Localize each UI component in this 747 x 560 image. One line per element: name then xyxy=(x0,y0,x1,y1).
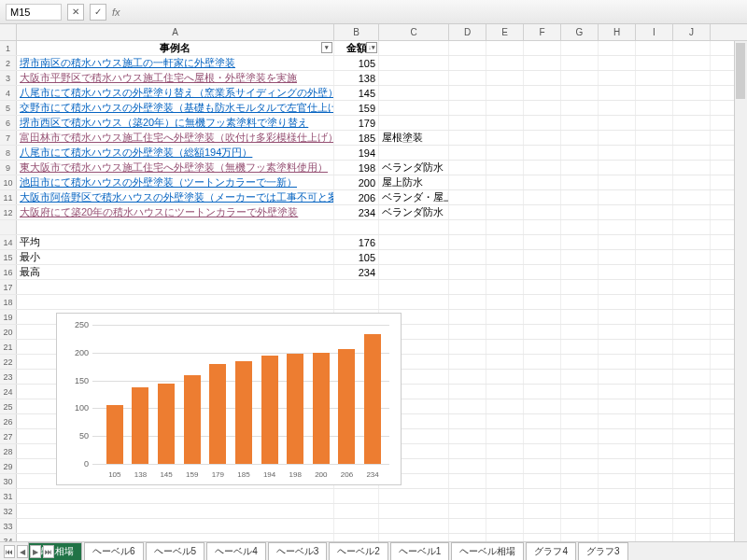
cell[interactable] xyxy=(673,489,711,503)
filter-sort-button[interactable]: ↓▾ xyxy=(366,42,377,53)
cell[interactable] xyxy=(599,71,636,85)
cell[interactable]: 堺市西区で積水ハウス（築20年）に無機フッ素塗料で塗り替え xyxy=(17,116,334,130)
cell[interactable] xyxy=(599,444,636,458)
cell[interactable] xyxy=(379,101,449,115)
cell[interactable] xyxy=(636,41,673,55)
cell[interactable] xyxy=(636,131,673,145)
cell[interactable] xyxy=(599,41,636,55)
row-number[interactable]: 26 xyxy=(0,414,17,428)
cell[interactable] xyxy=(524,86,561,100)
cell[interactable] xyxy=(379,146,449,160)
cell[interactable] xyxy=(379,519,449,533)
cell[interactable] xyxy=(449,235,486,249)
cell[interactable] xyxy=(636,295,673,309)
row-number[interactable]: 1 xyxy=(0,41,17,55)
cell[interactable] xyxy=(561,190,599,204)
cell[interactable] xyxy=(524,295,561,309)
sheet-tab[interactable]: ヘーベル3 xyxy=(268,542,328,560)
cell[interactable] xyxy=(379,86,449,100)
cell[interactable] xyxy=(636,86,673,100)
cell[interactable] xyxy=(599,385,636,399)
cell[interactable]: 大阪府にて築20年の積水ハウスにツートンカラーで外壁塗装 xyxy=(17,205,334,219)
cell[interactable] xyxy=(561,280,599,294)
cell[interactable]: 八尾市にて積水ハウスの外壁塗装（総額194万円） xyxy=(17,146,334,160)
cell[interactable] xyxy=(599,355,636,369)
cell[interactable]: 最高 xyxy=(17,265,334,279)
cell[interactable] xyxy=(673,474,711,488)
cell[interactable] xyxy=(561,459,599,473)
cell[interactable] xyxy=(636,519,673,533)
cell[interactable] xyxy=(486,429,524,443)
cell[interactable] xyxy=(449,489,486,503)
cell[interactable] xyxy=(673,56,711,70)
cell[interactable] xyxy=(449,474,486,488)
cell[interactable] xyxy=(334,504,379,518)
row-number[interactable]: 7 xyxy=(0,131,17,145)
cell[interactable] xyxy=(524,175,561,189)
cell[interactable] xyxy=(561,370,599,384)
cell[interactable] xyxy=(524,205,561,219)
cell[interactable] xyxy=(524,340,561,354)
cell[interactable] xyxy=(636,220,673,234)
cell[interactable] xyxy=(486,41,524,55)
cell[interactable] xyxy=(524,41,561,55)
row-number[interactable]: 24 xyxy=(0,385,17,399)
cell[interactable] xyxy=(673,101,711,115)
cell[interactable] xyxy=(673,519,711,533)
case-link[interactable]: 堺市南区の積水ハウス施工の一軒家に外壁塗装 xyxy=(20,56,235,70)
cell[interactable] xyxy=(599,325,636,339)
cell[interactable] xyxy=(561,519,599,533)
cell[interactable] xyxy=(636,235,673,249)
cell[interactable] xyxy=(524,131,561,145)
cell[interactable] xyxy=(561,131,599,145)
cell[interactable]: 105 xyxy=(334,56,379,70)
cell[interactable] xyxy=(524,250,561,264)
cell[interactable] xyxy=(486,161,524,175)
row-number[interactable] xyxy=(0,220,17,234)
sheet-tab[interactable]: グラフ3 xyxy=(578,542,628,560)
sheet-tab[interactable]: グラフ4 xyxy=(526,542,576,560)
cell[interactable]: 179 xyxy=(334,116,379,130)
row-number[interactable]: 22 xyxy=(0,355,17,369)
cell[interactable] xyxy=(561,325,599,339)
cell[interactable] xyxy=(673,414,711,428)
row-number[interactable]: 27 xyxy=(0,429,17,443)
cell[interactable] xyxy=(636,444,673,458)
cell[interactable] xyxy=(486,310,524,324)
cell[interactable] xyxy=(449,41,486,55)
cell[interactable] xyxy=(524,399,561,413)
cell[interactable] xyxy=(449,399,486,413)
cell[interactable] xyxy=(673,71,711,85)
cell[interactable]: 105 xyxy=(334,250,379,264)
cell[interactable] xyxy=(561,265,599,279)
cell[interactable] xyxy=(486,220,524,234)
cell[interactable] xyxy=(486,504,524,518)
cell[interactable]: 145 xyxy=(334,86,379,100)
cell[interactable] xyxy=(636,474,673,488)
cell[interactable] xyxy=(379,116,449,130)
cell[interactable] xyxy=(524,280,561,294)
cell[interactable] xyxy=(449,175,486,189)
cell[interactable] xyxy=(449,429,486,443)
cell[interactable] xyxy=(599,414,636,428)
cell[interactable] xyxy=(673,385,711,399)
cell[interactable] xyxy=(561,41,599,55)
cell[interactable] xyxy=(636,205,673,219)
sheet-tab[interactable]: ヘーベル1 xyxy=(390,542,450,560)
cell[interactable] xyxy=(524,190,561,204)
cell[interactable]: 185 xyxy=(334,131,379,145)
case-link[interactable]: 八尾市にて積水ハウスの外壁塗装（総額194万円） xyxy=(20,146,252,160)
fx-icon[interactable]: fx xyxy=(112,7,120,18)
name-box[interactable]: M15 xyxy=(6,4,62,21)
cell[interactable] xyxy=(17,489,334,503)
column-header-I[interactable]: I xyxy=(636,24,673,40)
cell[interactable]: 金額↓▾ xyxy=(334,41,379,55)
cell[interactable] xyxy=(599,56,636,70)
sheet-tab[interactable]: ヘーベル相場 xyxy=(451,542,524,560)
cell[interactable]: 大阪市阿倍野区で積水ハウスの外壁塗装（メーカーでは工事不可と案内） xyxy=(17,190,334,204)
sheet-tab[interactable]: ヘーベル4 xyxy=(206,542,266,560)
cell[interactable] xyxy=(524,414,561,428)
cell[interactable] xyxy=(524,489,561,503)
cell[interactable] xyxy=(673,504,711,518)
cell[interactable] xyxy=(561,429,599,443)
